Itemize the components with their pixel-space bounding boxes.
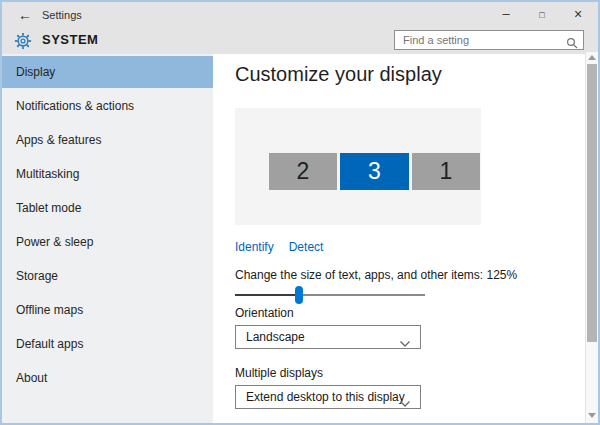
sidebar-item-notifications[interactable]: Notifications & actions <box>2 90 213 122</box>
monitor-row: 2 3 1 <box>269 153 480 190</box>
detect-link[interactable]: Detect <box>289 240 324 254</box>
sidebar-item-offline-maps[interactable]: Offline maps <box>2 294 213 326</box>
app-header: SYSTEM <box>2 28 598 54</box>
section-heading: Customize your display <box>235 63 442 86</box>
monitor-3[interactable]: 3 <box>340 153 409 190</box>
minimize-button[interactable]: – <box>488 2 524 28</box>
sidebar-item-default-apps[interactable]: Default apps <box>2 328 213 360</box>
sidebar-item-about[interactable]: About <box>2 362 213 394</box>
sidebar: Display Notifications & actions Apps & f… <box>2 54 213 423</box>
multiple-displays-dropdown[interactable]: Extend desktop to this display <box>235 385 421 409</box>
sidebar-item-tablet-mode[interactable]: Tablet mode <box>2 192 213 224</box>
search-icon[interactable] <box>566 35 578 53</box>
sidebar-item-power-sleep[interactable]: Power & sleep <box>2 226 213 258</box>
back-icon: ← <box>18 7 32 23</box>
slider-thumb[interactable] <box>295 286 303 304</box>
multiple-displays-value: Extend desktop to this display <box>246 386 405 408</box>
gear-icon <box>14 32 32 54</box>
close-icon: × <box>574 6 582 22</box>
back-button[interactable]: ← <box>12 5 38 25</box>
maximize-icon: □ <box>539 10 544 20</box>
vertical-scrollbar[interactable] <box>585 52 598 423</box>
orientation-dropdown[interactable]: Landscape <box>235 325 421 349</box>
sidebar-item-multitasking[interactable]: Multitasking <box>2 158 213 190</box>
close-button[interactable]: × <box>560 2 596 28</box>
top-chrome: ← Settings – □ × <box>2 2 598 54</box>
slider-track-filled <box>235 294 299 296</box>
scroll-up-icon[interactable] <box>586 52 598 64</box>
window-title: Settings <box>42 2 82 28</box>
orientation-label: Orientation <box>235 306 294 320</box>
sidebar-item-apps-features[interactable]: Apps & features <box>2 124 213 156</box>
orientation-value: Landscape <box>246 326 305 348</box>
monitor-1[interactable]: 1 <box>412 153 480 190</box>
search-input[interactable] <box>395 31 565 49</box>
monitor-2[interactable]: 2 <box>269 153 337 190</box>
minimize-icon: – <box>502 6 509 21</box>
slider-track-empty <box>299 294 425 296</box>
scale-slider[interactable] <box>235 285 425 305</box>
display-settings-panel: Customize your display 2 3 1 Identify De… <box>213 54 598 423</box>
scroll-down-icon[interactable] <box>586 409 598 421</box>
chevron-down-icon <box>399 334 411 352</box>
monitor-links: Identify Detect <box>235 240 323 254</box>
settings-window: ← Settings – □ × <box>0 0 600 425</box>
sidebar-item-display[interactable]: Display <box>2 56 213 88</box>
multiple-displays-label: Multiple displays <box>235 366 323 380</box>
title-bar: ← Settings – □ × <box>2 2 598 28</box>
maximize-button[interactable]: □ <box>524 2 560 28</box>
identify-link[interactable]: Identify <box>235 240 274 254</box>
search-box <box>394 30 584 50</box>
window-controls: – □ × <box>488 2 596 28</box>
scale-slider-label: Change the size of text, apps, and other… <box>235 268 517 282</box>
scrollbar-thumb[interactable] <box>587 64 597 342</box>
sidebar-item-storage[interactable]: Storage <box>2 260 213 292</box>
page-title: SYSTEM <box>42 28 98 54</box>
monitor-arrangement-panel: 2 3 1 <box>235 108 481 225</box>
chevron-down-icon <box>399 394 411 412</box>
